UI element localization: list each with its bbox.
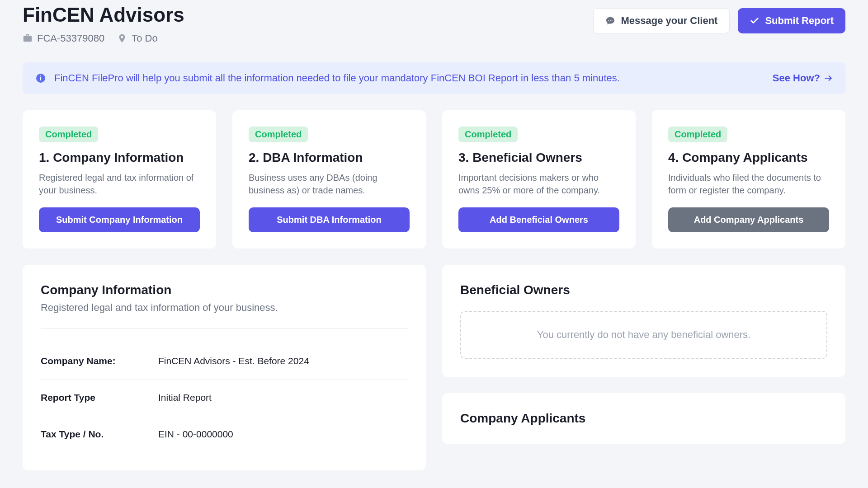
divider (41, 328, 408, 328)
check-icon (750, 16, 760, 26)
svg-point-2 (612, 20, 613, 21)
card-desc: Registered legal and tax information of … (39, 171, 200, 197)
info-label: Company Name: (41, 356, 158, 366)
info-row-report-type: Report Type Initial Report (41, 380, 408, 416)
company-id: FCA-53379080 (23, 33, 104, 44)
arrow-right-icon (824, 74, 833, 83)
card-beneficial-owners: Completed 3. Beneficial Owners Important… (442, 110, 636, 249)
status-badge: Completed (668, 127, 727, 142)
info-label: Tax Type / No. (41, 429, 158, 440)
panel-title: Beneficial Owners (460, 283, 827, 297)
chat-icon (605, 16, 615, 26)
svg-rect-5 (40, 75, 41, 76)
status-text: To Do (132, 33, 157, 44)
location-icon (117, 33, 127, 43)
svg-point-0 (609, 20, 609, 21)
card-desc: Business uses any DBAs (doing business a… (249, 171, 410, 197)
status-badge: Completed (458, 127, 518, 142)
card-company-applicants: Completed 4. Company Applicants Individu… (652, 110, 845, 249)
empty-beneficial-owners: You currently do not have any beneficial… (460, 311, 827, 359)
info-value: Initial Report (158, 392, 408, 403)
submit-dba-information-button[interactable]: Submit DBA Information (249, 207, 410, 232)
panel-title: Company Applicants (460, 411, 827, 426)
info-label: Report Type (41, 392, 158, 403)
info-banner-text: FinCEN FilePro will help you submit all … (54, 72, 620, 84)
svg-point-1 (610, 20, 611, 21)
add-company-applicants-button[interactable]: Add Company Applicants (668, 207, 829, 232)
card-title: 3. Beneficial Owners (458, 150, 619, 165)
panel-title: Company Information (41, 283, 408, 297)
company-information-panel: Company Information Registered legal and… (23, 265, 426, 470)
message-client-button[interactable]: Message your Client (593, 8, 730, 33)
status-label: To Do (117, 33, 157, 44)
submit-company-information-button[interactable]: Submit Company Information (39, 207, 200, 232)
card-desc: Important decisions makers or who owns 2… (458, 171, 619, 197)
see-how-label: See How? (773, 72, 820, 84)
info-row-company-name: Company Name: FinCEN Advisors - Est. Bef… (41, 343, 408, 380)
company-id-text: FCA-53379080 (37, 33, 104, 44)
card-title: 1. Company Information (39, 150, 200, 165)
card-dba-information: Completed 2. DBA Information Business us… (232, 110, 426, 249)
message-client-label: Message your Client (621, 15, 717, 27)
info-banner: FinCEN FilePro will help you submit all … (23, 62, 845, 94)
add-beneficial-owners-button[interactable]: Add Beneficial Owners (458, 207, 619, 232)
beneficial-owners-panel: Beneficial Owners You currently do not h… (442, 265, 845, 377)
page-title: FinCEN Advisors (23, 4, 184, 26)
see-how-link[interactable]: See How? (773, 72, 833, 84)
card-title: 4. Company Applicants (668, 150, 829, 165)
submit-report-label: Submit Report (765, 15, 834, 27)
company-applicants-panel: Company Applicants (442, 393, 845, 444)
submit-report-button[interactable]: Submit Report (738, 8, 845, 33)
panel-subtitle: Registered legal and tax information of … (41, 302, 408, 314)
info-row-tax-type: Tax Type / No. EIN - 00-0000000 (41, 416, 408, 452)
info-value: FinCEN Advisors - Est. Before 2024 (158, 356, 408, 366)
status-badge: Completed (249, 127, 308, 142)
status-badge: Completed (39, 127, 98, 142)
briefcase-icon (23, 33, 33, 43)
card-desc: Individuals who filed the documents to f… (668, 171, 829, 197)
info-icon (35, 73, 46, 84)
svg-rect-4 (40, 77, 41, 80)
card-company-information: Completed 1. Company Information Registe… (23, 110, 216, 249)
info-value: EIN - 00-0000000 (158, 429, 408, 440)
card-title: 2. DBA Information (249, 150, 410, 165)
